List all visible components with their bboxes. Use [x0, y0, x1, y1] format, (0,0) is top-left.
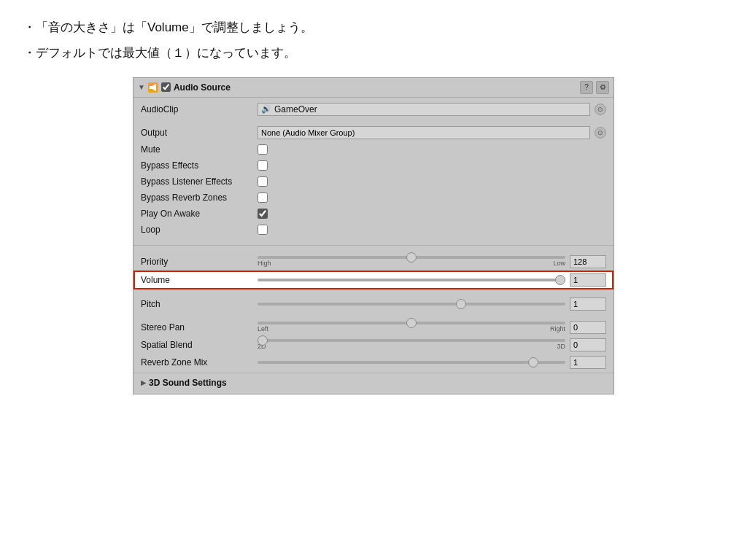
- priority-number-field[interactable]: [570, 255, 606, 268]
- loop-label: Loop: [141, 225, 258, 235]
- bypass-effects-label: Bypass Effects: [141, 160, 258, 171]
- bullet-2: ・デフォルトでは最大値（１）になっています。: [23, 43, 724, 64]
- volume-row: Volume: [133, 271, 614, 289]
- spatial-blend-row: Spatial Blend 2D 3D: [133, 336, 614, 354]
- reverb-zone-slider[interactable]: [258, 357, 565, 368]
- stereo-pan-slider-container: Left Right: [258, 322, 565, 332]
- bypass-reverb-checkbox[interactable]: [258, 192, 268, 203]
- reverb-zone-number-field[interactable]: [570, 356, 606, 369]
- play-on-awake-row: Play On Awake: [133, 206, 614, 222]
- bypass-reverb-value: [258, 192, 606, 203]
- audioclip-label: AudioClip: [141, 104, 258, 114]
- stereo-pan-slider-track: [258, 322, 565, 324]
- reverb-zone-row: Reverb Zone Mix: [133, 354, 614, 371]
- volume-label: Volume: [141, 275, 258, 285]
- play-on-awake-value: [258, 209, 606, 219]
- pitch-slider-track: [258, 303, 565, 306]
- pitch-number-field[interactable]: [570, 298, 606, 311]
- help-button[interactable]: ?: [580, 81, 593, 94]
- audio-source-icon: [148, 82, 158, 93]
- bypass-listener-value: [258, 176, 606, 187]
- bypass-reverb-label: Bypass Reverb Zones: [141, 192, 258, 203]
- priority-slider-container: High Low: [258, 256, 565, 267]
- output-field[interactable]: [258, 126, 590, 139]
- volume-value: [258, 273, 606, 287]
- reverb-zone-value: [258, 356, 606, 369]
- mute-label: Mute: [141, 144, 258, 155]
- volume-slider[interactable]: [258, 275, 565, 285]
- spatial-blend-number-field[interactable]: [570, 338, 606, 351]
- pitch-row: Pitch: [133, 295, 614, 313]
- loop-row: Loop: [133, 222, 614, 238]
- mute-value: [258, 144, 606, 155]
- priority-slider-row: [258, 256, 565, 259]
- pitch-slider[interactable]: [258, 299, 565, 309]
- output-pick-button[interactable]: ⊙: [595, 127, 606, 139]
- output-value: ⊙: [258, 126, 606, 139]
- audioclip-pick-button[interactable]: ⊙: [595, 104, 606, 115]
- bypass-listener-checkbox[interactable]: [258, 176, 268, 187]
- stereo-pan-label: Stereo Pan: [141, 322, 258, 332]
- inspector-header: ▼ Audio Source ? ⚙: [133, 78, 614, 98]
- stereo-pan-number-field[interactable]: [570, 321, 606, 334]
- bypass-listener-label: Bypass Listener Effects: [141, 176, 258, 187]
- volume-number-field[interactable]: [570, 273, 606, 287]
- settings-button[interactable]: ⚙: [596, 81, 609, 94]
- header-actions: ? ⚙: [580, 81, 609, 94]
- spatial-blend-label: Spatial Blend: [141, 340, 258, 350]
- stereo-pan-slider-row: [258, 322, 565, 324]
- audioclip-field[interactable]: 🔊 GameOver: [258, 103, 590, 116]
- output-label: Output: [141, 128, 258, 138]
- bypass-effects-value: [258, 160, 606, 171]
- priority-slider-track: [258, 256, 565, 259]
- inspector-body: AudioClip 🔊 GameOver ⊙ Output ⊙ Mute: [133, 98, 614, 394]
- loop-value: [258, 225, 606, 235]
- inspector-panel: ▼ Audio Source ? ⚙ AudioClip 🔊 Gam: [133, 77, 614, 394]
- component-enabled-checkbox[interactable]: [161, 82, 171, 92]
- play-on-awake-checkbox[interactable]: [258, 209, 268, 219]
- svg-rect-0: [150, 86, 152, 89]
- priority-label: Priority: [141, 257, 258, 267]
- audioclip-value: 🔊 GameOver ⊙: [258, 103, 606, 116]
- priority-value: High Low: [258, 255, 606, 268]
- component-title: Audio Source: [174, 82, 577, 93]
- sound-settings-label: 3D Sound Settings: [149, 378, 227, 388]
- spatial-blend-value: 2D 3D: [258, 338, 606, 351]
- spatial-blend-slider[interactable]: [258, 335, 565, 346]
- spatial-blend-slider-track: [258, 339, 565, 342]
- stereo-pan-value: Left Right: [258, 321, 606, 334]
- audioclip-row: AudioClip 🔊 GameOver ⊙: [133, 101, 614, 118]
- spatial-blend-slider-container: 2D 3D: [258, 339, 565, 350]
- priority-row: Priority High Low: [133, 253, 614, 271]
- bypass-listener-row: Bypass Listener Effects: [133, 174, 614, 190]
- bullet-1: ・「音の大きさ」は「Volume」で調整しましょう。: [23, 18, 724, 39]
- audio-file-icon: 🔊: [261, 104, 271, 114]
- priority-slider[interactable]: [258, 252, 565, 262]
- stereo-pan-row: Stereo Pan Left Right: [133, 319, 614, 336]
- play-on-awake-label: Play On Awake: [141, 209, 258, 219]
- reverb-zone-label: Reverb Zone Mix: [141, 357, 258, 368]
- bypass-effects-row: Bypass Effects: [133, 158, 614, 174]
- output-row: Output ⊙: [133, 124, 614, 141]
- pitch-label: Pitch: [141, 299, 258, 309]
- bypass-effects-checkbox[interactable]: [258, 160, 268, 171]
- bypass-reverb-row: Bypass Reverb Zones: [133, 190, 614, 206]
- mute-row: Mute: [133, 141, 614, 158]
- reverb-zone-slider-track: [258, 361, 565, 364]
- collapse-arrow[interactable]: ▼: [138, 83, 145, 91]
- stereo-pan-slider[interactable]: [258, 318, 565, 328]
- svg-marker-1: [152, 84, 156, 91]
- volume-slider-track: [258, 279, 565, 281]
- mute-checkbox[interactable]: [258, 144, 268, 155]
- loop-checkbox[interactable]: [258, 225, 268, 235]
- spatial-blend-slider-row: [258, 339, 565, 342]
- pitch-value: [258, 298, 606, 311]
- sound-settings-header[interactable]: ▶ 3D Sound Settings: [133, 375, 614, 391]
- sound-settings-arrow: ▶: [141, 379, 146, 386]
